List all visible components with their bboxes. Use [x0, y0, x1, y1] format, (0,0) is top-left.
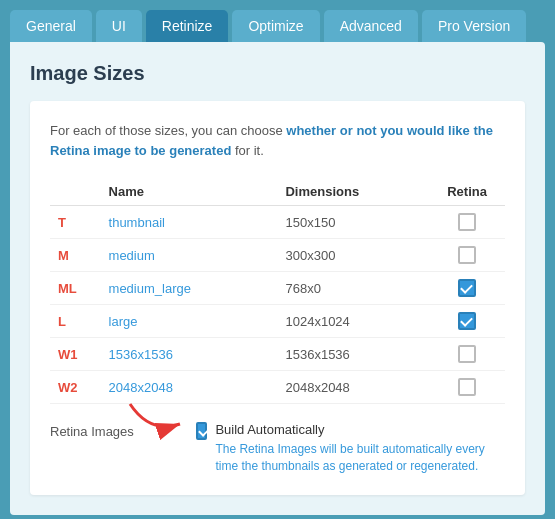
retina-checkbox[interactable]	[458, 213, 476, 231]
row-dimensions: 768x0	[277, 272, 429, 305]
row-retina[interactable]	[429, 206, 505, 239]
row-name: 2048x2048	[101, 371, 278, 404]
row-name: medium	[101, 239, 278, 272]
row-retina[interactable]	[429, 239, 505, 272]
table-row: T thumbnail 150x150	[50, 206, 505, 239]
col-header-dimensions: Dimensions	[277, 178, 429, 206]
content-box: For each of those sizes, you can choose …	[30, 101, 525, 495]
row-retina[interactable]	[429, 338, 505, 371]
row-key: W2	[50, 371, 101, 404]
nav-tab-retinize[interactable]: Retinize	[146, 10, 229, 42]
table-row: ML medium_large 768x0	[50, 272, 505, 305]
retina-footer-inner: Build Automatically The Retina Images wi…	[196, 422, 505, 475]
nav-tab-general[interactable]: General	[10, 10, 92, 42]
row-name: 1536x1536	[101, 338, 278, 371]
row-dimensions: 2048x2048	[277, 371, 429, 404]
nav-tab-pro-version[interactable]: Pro Version	[422, 10, 526, 42]
row-dimensions: 300x300	[277, 239, 429, 272]
nav-tab-optimize[interactable]: Optimize	[232, 10, 319, 42]
row-dimensions: 1024x1024	[277, 305, 429, 338]
row-dimensions: 150x150	[277, 206, 429, 239]
build-automatically-description: The Retina Images will be built automati…	[215, 441, 505, 475]
row-key: W1	[50, 338, 101, 371]
retina-checkbox[interactable]	[458, 246, 476, 264]
card-title: Image Sizes	[30, 62, 525, 85]
retina-checkbox[interactable]	[458, 345, 476, 363]
table-row: W1 1536x1536 1536x1536	[50, 338, 505, 371]
row-key: M	[50, 239, 101, 272]
nav-tabs: GeneralUIRetinizeOptimizeAdvancedPro Ver…	[0, 0, 555, 42]
nav-tab-ui[interactable]: UI	[96, 10, 142, 42]
main-card: Image Sizes For each of those sizes, you…	[10, 42, 545, 515]
table-row: L large 1024x1024	[50, 305, 505, 338]
row-dimensions: 1536x1536	[277, 338, 429, 371]
nav-tab-advanced[interactable]: Advanced	[324, 10, 418, 42]
row-name: large	[101, 305, 278, 338]
retina-images-label: Retina Images	[50, 422, 134, 439]
retina-checkbox[interactable]	[458, 279, 476, 297]
row-retina[interactable]	[429, 371, 505, 404]
sizes-table: Name Dimensions Retina T thumbnail 150x1…	[50, 178, 505, 404]
col-header-retina: Retina	[429, 178, 505, 206]
row-retina[interactable]	[429, 305, 505, 338]
row-retina[interactable]	[429, 272, 505, 305]
description-highlight: whether or not you would like the Retina…	[50, 123, 493, 158]
table-row: W2 2048x2048 2048x2048	[50, 371, 505, 404]
row-key: ML	[50, 272, 101, 305]
col-header-key	[50, 178, 101, 206]
retina-build-checkbox[interactable]	[196, 422, 208, 440]
row-key: L	[50, 305, 101, 338]
row-key: T	[50, 206, 101, 239]
retina-footer: Retina Images Build Automatically The Re…	[50, 422, 505, 475]
build-automatically-label: Build Automatically	[215, 422, 505, 437]
row-name: medium_large	[101, 272, 278, 305]
retina-checkbox[interactable]	[458, 378, 476, 396]
description: For each of those sizes, you can choose …	[50, 121, 505, 160]
table-row: M medium 300x300	[50, 239, 505, 272]
retina-checkbox[interactable]	[458, 312, 476, 330]
retina-footer-content: Build Automatically The Retina Images wi…	[215, 422, 505, 475]
row-name: thumbnail	[101, 206, 278, 239]
col-header-name: Name	[101, 178, 278, 206]
